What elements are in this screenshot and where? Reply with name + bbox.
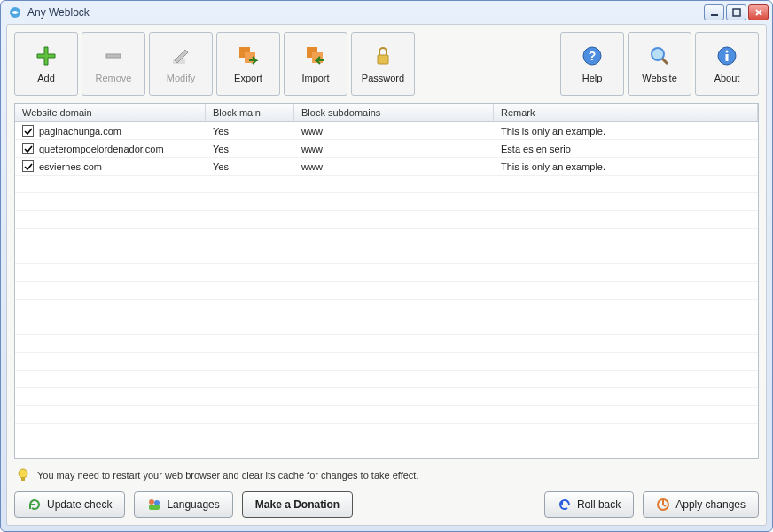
hint-text: You may need to restart your web browser… <box>37 470 418 481</box>
block-main-cell: Yes <box>206 144 294 154</box>
svg-point-16 <box>19 469 27 478</box>
donation-label: Make a Donation <box>255 498 340 511</box>
apply-changes-button[interactable]: Apply changes <box>643 491 759 518</box>
roll-back-button[interactable]: Roll back <box>544 491 634 518</box>
import-label: Import <box>301 73 329 83</box>
svg-text:?: ? <box>589 49 597 63</box>
window-title: Any Weblock <box>27 6 704 19</box>
svg-point-14 <box>726 51 729 53</box>
update-check-label: Update check <box>47 498 112 511</box>
minimize-button[interactable] <box>704 4 724 20</box>
import-icon <box>304 44 327 67</box>
svg-rect-1 <box>711 14 718 16</box>
apply-changes-label: Apply changes <box>675 498 746 511</box>
minus-icon <box>102 44 125 67</box>
languages-button[interactable]: Languages <box>134 491 232 518</box>
domain-table: Website domain Block main Block subdomai… <box>14 103 759 459</box>
row-checkbox[interactable] <box>22 160 34 172</box>
donation-button[interactable]: Make a Donation <box>242 491 353 518</box>
plus-icon <box>35 44 58 67</box>
svg-rect-3 <box>106 54 121 58</box>
help-label: Help <box>582 73 603 83</box>
app-window: Any Weblock Add Remove Modify Export <box>0 0 773 532</box>
titlebar[interactable]: Any Weblock <box>1 1 772 24</box>
content-area: Add Remove Modify Export Import Password <box>6 24 767 526</box>
table-row[interactable]: paginachunga.comYeswwwThis is only an ex… <box>15 122 758 140</box>
block-main-cell: Yes <box>206 126 294 137</box>
table-body[interactable]: paginachunga.comYeswwwThis is only an ex… <box>15 122 758 458</box>
lock-icon <box>371 44 394 67</box>
about-button[interactable]: About <box>695 32 759 96</box>
svg-point-12 <box>652 48 664 60</box>
remove-button[interactable]: Remove <box>82 32 145 96</box>
website-label: Website <box>642 73 677 83</box>
domain-cell: queterompoelordenador.com <box>39 144 164 154</box>
table-header: Website domain Block main Block subdomai… <box>15 104 758 122</box>
info-icon <box>715 44 738 67</box>
export-button[interactable]: Export <box>216 32 280 96</box>
pencil-icon <box>169 44 192 67</box>
bottom-bar: Update check Languages Make a Donation R… <box>14 491 759 518</box>
roll-back-label: Roll back <box>577 498 621 511</box>
undo-icon <box>558 497 572 512</box>
add-label: Add <box>37 73 55 83</box>
svg-rect-15 <box>726 54 729 61</box>
app-icon <box>8 5 22 20</box>
row-checkbox[interactable] <box>22 125 34 137</box>
svg-rect-2 <box>733 9 740 16</box>
remark-cell: This is only an example. <box>494 161 758 172</box>
about-label: About <box>714 73 740 83</box>
apply-icon <box>656 497 670 512</box>
svg-rect-9 <box>378 55 388 64</box>
remove-label: Remove <box>96 73 132 83</box>
svg-point-18 <box>149 499 154 505</box>
column-block-subdomains[interactable]: Block subdomains <box>294 104 494 121</box>
table-row[interactable]: queterompoelordenador.comYeswwwEsta es e… <box>15 140 758 158</box>
password-button[interactable]: Password <box>351 32 415 96</box>
domain-cell: paginachunga.com <box>39 126 121 137</box>
update-check-button[interactable]: Update check <box>14 491 125 518</box>
password-label: Password <box>362 73 404 83</box>
svg-rect-17 <box>21 477 25 481</box>
remark-cell: Esta es en serio <box>494 144 758 154</box>
modify-button[interactable]: Modify <box>149 32 213 96</box>
column-remark[interactable]: Remark <box>494 104 758 121</box>
website-button[interactable]: Website <box>628 32 691 96</box>
update-icon <box>27 497 42 512</box>
remark-cell: This is only an example. <box>494 126 758 137</box>
magnifier-icon <box>648 44 671 67</box>
domain-cell: esviernes.com <box>39 161 102 172</box>
import-button[interactable]: Import <box>284 32 347 96</box>
help-button[interactable]: ? Help <box>560 32 624 96</box>
toolbar: Add Remove Modify Export Import Password <box>14 32 759 96</box>
table-row[interactable]: esviernes.comYeswwwThis is only an examp… <box>15 158 758 176</box>
hint-bar: You may need to restart your web browser… <box>16 468 757 482</box>
block-main-cell: Yes <box>206 161 294 172</box>
close-button[interactable] <box>748 4 769 20</box>
column-domain[interactable]: Website domain <box>15 104 206 121</box>
maximize-button[interactable] <box>726 4 746 20</box>
block-sub-cell: www <box>294 144 494 154</box>
column-block-main[interactable]: Block main <box>206 104 294 121</box>
lightbulb-icon <box>16 468 30 482</box>
languages-label: Languages <box>167 498 219 511</box>
window-controls <box>704 4 769 20</box>
add-button[interactable]: Add <box>14 32 78 96</box>
block-sub-cell: www <box>294 161 494 172</box>
svg-rect-20 <box>149 505 160 510</box>
row-checkbox[interactable] <box>22 143 34 154</box>
help-icon: ? <box>581 44 604 67</box>
export-label: Export <box>234 73 262 83</box>
people-icon <box>147 497 161 512</box>
block-sub-cell: www <box>294 126 494 137</box>
export-icon <box>237 44 260 67</box>
modify-label: Modify <box>167 73 195 83</box>
